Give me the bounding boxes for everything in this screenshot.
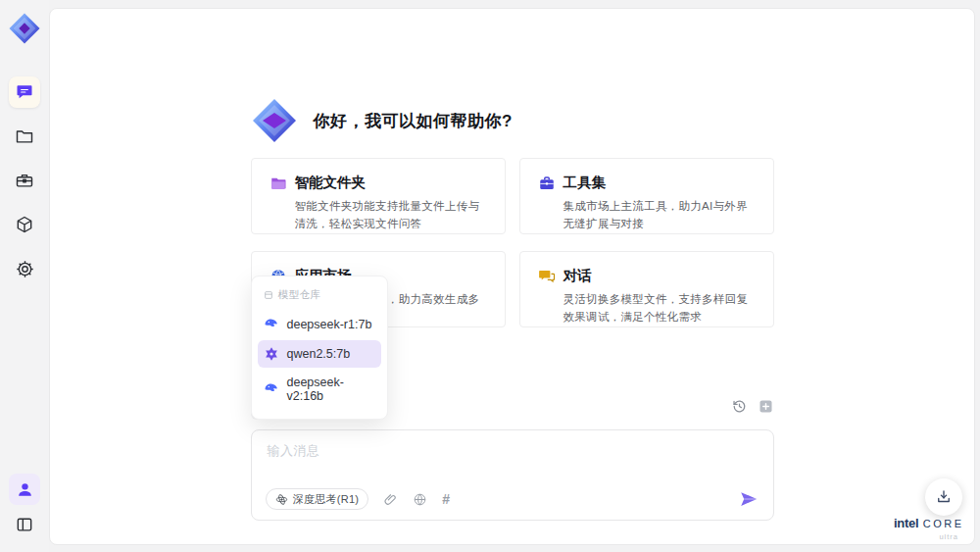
model-dropdown-header: 模型仓库 — [252, 286, 387, 309]
sidebar-bottom — [9, 474, 40, 540]
panel-layout-icon — [15, 515, 34, 534]
sidebar-item-chat[interactable] — [9, 76, 40, 108]
history-icon[interactable] — [731, 398, 748, 415]
card-desc: 智能文件夹功能支持批量文件上传与清洗，轻松实现文件问答 — [295, 198, 489, 233]
sidebar-nav — [9, 76, 40, 284]
model-option-deepseek-v2[interactable]: deepseek-v2:16b — [258, 370, 381, 409]
deepseek-icon — [264, 317, 279, 332]
deep-think-toggle[interactable]: 深度思考(R1) — [266, 488, 369, 510]
send-icon[interactable] — [738, 488, 760, 510]
card-toolset[interactable]: 工具集 集成市场上主流工具，助力AI与外界无缝扩展与对接 — [519, 158, 774, 234]
app-logo — [6, 10, 43, 47]
intel-brand-text: intel — [894, 516, 918, 530]
app-logo-diamond-icon — [251, 97, 298, 144]
sidebar-item-settings[interactable] — [9, 253, 40, 284]
greeting: 你好，我可以如何帮助你? — [251, 9, 774, 144]
chat-actions — [731, 398, 774, 415]
card-title: 对话 — [564, 267, 592, 285]
intel-tier-text: ultra — [894, 532, 962, 541]
atom-icon — [275, 493, 288, 506]
sidebar-item-account[interactable] — [9, 474, 40, 505]
deepseek-icon — [264, 381, 279, 397]
cube-icon — [15, 215, 34, 234]
intel-product-text: core — [923, 518, 964, 529]
app-window: 你好，我可以如何帮助你? 智能文件夹 智能文件夹功能支持批量文件上传与清洗，轻松… — [0, 0, 980, 552]
card-desc: 灵活切换多模型文件，支持多样回复效果调试，满足个性化需求 — [564, 291, 758, 326]
message-input[interactable] — [266, 440, 760, 488]
settings-icon — [15, 259, 35, 279]
model-dropdown: 模型仓库 deepseek-r1:7b qwen2.5:7b — [251, 276, 388, 420]
repository-icon — [264, 290, 273, 300]
sidebar-item-folders[interactable] — [9, 121, 40, 152]
model-option-deepseek-r1[interactable]: deepseek-r1:7b — [258, 311, 381, 338]
sidebar-item-toolset[interactable] — [9, 165, 40, 196]
composer-toolbar: 深度思考(R1) # — [266, 488, 760, 510]
deep-think-label: 深度思考(R1) — [293, 492, 360, 507]
model-option-label: deepseek-r1:7b — [287, 318, 372, 331]
new-chat-icon[interactable] — [758, 398, 774, 415]
toolbox-blue-icon — [538, 175, 556, 192]
download-icon — [935, 488, 953, 506]
toolbox-icon — [15, 171, 34, 190]
model-option-qwen[interactable]: qwen2.5:7b — [258, 340, 381, 368]
content-column: 你好，我可以如何帮助你? 智能文件夹 智能文件夹功能支持批量文件上传与清洗，轻松… — [251, 9, 774, 544]
model-option-label: deepseek-v2:16b — [287, 376, 375, 403]
card-desc: 集成市场上主流工具，助力AI与外界无缝扩展与对接 — [564, 198, 758, 233]
globe-icon[interactable] — [413, 492, 427, 507]
main-panel: 你好，我可以如何帮助你? 智能文件夹 智能文件夹功能支持批量文件上传与清洗，轻松… — [49, 8, 975, 545]
app-logo-diamond-icon — [8, 12, 41, 45]
folder-icon — [15, 126, 34, 146]
paperclip-icon[interactable] — [383, 492, 398, 507]
model-dropdown-header-label: 模型仓库 — [278, 288, 321, 302]
chat-icon — [15, 82, 34, 102]
card-title: 工具集 — [564, 174, 607, 192]
sidebar-item-collapse[interactable] — [9, 509, 40, 540]
intel-core-badge: intel core ultra — [894, 514, 962, 541]
chat-yellow-icon — [538, 268, 556, 285]
sidebar — [0, 0, 49, 552]
card-dialogue[interactable]: 对话 灵活切换多模型文件，支持多样回复效果调试，满足个性化需求 — [519, 251, 774, 327]
card-smart-folder[interactable]: 智能文件夹 智能文件夹功能支持批量文件上传与清洗，轻松实现文件问答 — [251, 158, 506, 234]
hash-icon[interactable]: # — [442, 491, 450, 507]
card-title: 智能文件夹 — [295, 174, 367, 192]
model-option-label: qwen2.5:7b — [287, 347, 351, 361]
download-button[interactable] — [925, 478, 962, 516]
greeting-title: 你好，我可以如何帮助你? — [314, 110, 513, 132]
sidebar-item-app-market[interactable] — [9, 209, 40, 240]
folder-purple-icon — [270, 175, 287, 192]
qwen-icon — [264, 346, 279, 362]
composer: 深度思考(R1) # — [251, 429, 774, 521]
user-icon — [16, 480, 34, 499]
